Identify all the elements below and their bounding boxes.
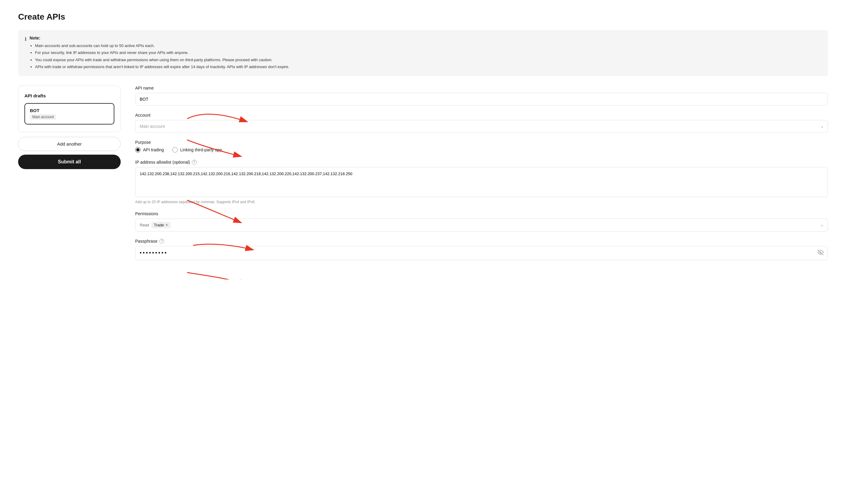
account-label: Account [135,113,828,118]
ip-allowlist-textarea[interactable]: 142.132.200.238,142.132.200.215,142.132.… [135,167,828,197]
passphrase-wrapper [135,246,828,260]
purpose-label: Purpose [135,140,828,145]
note-list: Main accounts and sub-accounts can hold … [30,42,289,71]
radio-api-trading-input[interactable] [135,147,141,152]
account-group: Account Main account ⌄ [135,113,828,133]
api-name-label: API name [135,86,828,90]
note-content: Note: Main accounts and sub-accounts can… [30,36,289,71]
purpose-options: API trading Linking third-party app [135,147,828,152]
radio-api-trading-label: API trading [143,147,164,152]
info-icon: ℹ [25,36,27,42]
passphrase-help-icon[interactable]: ? [159,239,164,244]
page-title: Create APIs [18,12,828,22]
api-name-input[interactable] [135,93,828,106]
permissions-label: Permissions [135,211,828,216]
permissions-field[interactable]: Read Trade ✕ ⌄ [135,218,828,232]
permissions-group: Permissions Read Trade ✕ ⌄ [135,211,828,232]
draft-item-name: BOT [30,108,109,113]
radio-linking-app[interactable]: Linking third-party app [172,147,222,152]
note-title: Note: [30,36,289,40]
purpose-group: Purpose API trading Linking third-party … [135,140,828,152]
api-name-group: API name [135,86,828,106]
right-panel: API name Account Main account ⌄ Purpose … [135,86,828,267]
ip-allowlist-hint: Add up to 20 IP addresses separated by c… [135,200,828,204]
api-drafts-card: API drafts BOT Main account [18,86,121,132]
note-item-2: For your security, link IP addresses to … [35,49,289,56]
note-item-3: You could expose your APIs with trade an… [35,56,289,63]
radio-linking-app-label: Linking third-party app [180,147,222,152]
add-another-button[interactable]: Add another [18,137,121,151]
api-drafts-title: API drafts [24,93,114,98]
main-layout: API drafts BOT Main account Add another … [18,86,828,267]
note-item-4: APIs with trade or withdraw permissions … [35,63,289,70]
note-box: ℹ Note: Main accounts and sub-accounts c… [18,30,828,76]
radio-api-trading[interactable]: API trading [135,147,164,152]
ip-allowlist-group: IP address allowlist (optional) ? 142.13… [135,160,828,204]
passphrase-label: Passphrase ? [135,239,828,244]
left-panel: API drafts BOT Main account Add another … [18,86,121,169]
ip-allowlist-label: IP address allowlist (optional) ? [135,160,828,165]
eye-off-icon[interactable] [818,249,824,256]
submit-all-button[interactable]: Submit all [18,155,121,169]
ip-help-icon[interactable]: ? [192,160,197,165]
permissions-chevron-icon: ⌄ [821,223,823,227]
passphrase-input[interactable] [135,246,828,260]
radio-linking-app-input[interactable] [172,147,178,152]
perm-trade-remove[interactable]: ✕ [165,223,168,227]
draft-item-account: Main account [30,114,56,120]
perm-trade-label: Trade [154,223,164,227]
passphrase-group: Passphrase ? [135,239,828,260]
perm-trade-tag[interactable]: Trade ✕ [152,222,170,228]
draft-item[interactable]: BOT Main account [24,103,114,125]
note-item-1: Main accounts and sub-accounts can hold … [35,42,289,49]
perm-read-label: Read [140,223,149,227]
account-select[interactable]: Main account [135,120,828,133]
account-select-wrapper: Main account ⌄ [135,120,828,133]
